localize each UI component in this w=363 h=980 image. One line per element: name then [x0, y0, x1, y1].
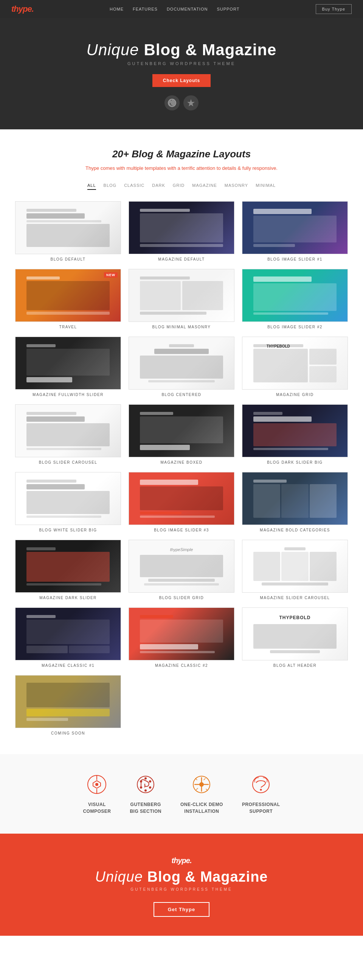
nav-logo[interactable]: thype. — [11, 4, 33, 14]
feature-label: VisualComposer — [83, 801, 111, 815]
hero-badges — [8, 95, 355, 110]
layout-label: MAGAZINE CLASSIC #1 — [15, 663, 121, 668]
layout-thumb[interactable] — [129, 269, 234, 322]
layout-thumb[interactable] — [129, 201, 234, 254]
layout-label: MAGAZINE CLASSIC #2 — [129, 663, 234, 668]
layout-label: BLOG IMAGE SLIDER #2 — [242, 325, 348, 329]
hero-title-italic: Unique — [87, 41, 139, 59]
layout-item: MAGAZINE DARK SLIDER — [15, 540, 121, 600]
layout-thumb[interactable] — [15, 540, 121, 593]
filter-blog[interactable]: BLOG — [103, 181, 117, 190]
feature-label: ProfessionalSupport — [242, 801, 280, 815]
filter-masonry[interactable]: MASONRY — [224, 181, 248, 190]
wordpress-badge — [164, 95, 180, 110]
layout-label: BLOG SLIDER GRID — [129, 596, 234, 600]
visual-composer-icon — [86, 773, 108, 796]
nav-support[interactable]: SUPPORT — [217, 7, 239, 11]
layout-item: MAGAZINE CLASSIC #2 — [129, 608, 234, 668]
layout-thumb[interactable]: THYPEBOLD — [242, 608, 348, 660]
footer-title: Unique Blog & Magazine — [8, 869, 355, 885]
layout-item: BLOG DEFAULT — [15, 201, 121, 261]
hero-section: Unique Blog & Magazine GUTENBERG WORDPRE… — [0, 18, 363, 129]
layout-item: MAGAZINE DEFAULT — [129, 201, 234, 261]
svg-point-15 — [260, 789, 262, 791]
svg-point-9 — [145, 789, 147, 792]
layout-grid: BLOG DEFAULT MAGAZINE DEFAULT — [15, 201, 348, 735]
filter-magazine[interactable]: MAGAZINE — [192, 181, 217, 190]
layout-item: BLOG SLIDER CAROUSEL — [15, 404, 121, 465]
layout-item: BLOG WHITE SLIDER BIG — [15, 472, 121, 532]
filter-all[interactable]: ALL — [88, 181, 96, 190]
layout-item: THYPEBOLD MAGAZINE GRID — [242, 337, 348, 397]
layout-thumb[interactable] — [129, 608, 234, 660]
footer-title-bold: Blog & Magazine — [147, 869, 268, 885]
layout-thumb[interactable] — [15, 337, 121, 390]
layout-label: MAGAZINE SLIDER CAROUSEL — [242, 596, 348, 600]
layout-thumb[interactable] — [129, 404, 234, 457]
svg-point-2 — [95, 783, 98, 786]
feature-visual-composer: VisualComposer — [83, 773, 111, 815]
layout-label: COMING SOON — [15, 731, 121, 735]
svg-point-11 — [140, 780, 142, 783]
svg-point-13 — [199, 782, 204, 787]
nav-home[interactable]: HOME — [110, 7, 124, 11]
layout-thumb[interactable] — [242, 404, 348, 457]
one-click-icon — [190, 773, 213, 796]
navbar: thype. HOME FEATURES DOCUMENTATION SUPPO… — [0, 0, 363, 18]
svg-point-10 — [140, 786, 142, 789]
layout-thumb[interactable]: THYPEBOLD — [242, 337, 348, 390]
new-badge: NEW — [104, 272, 118, 278]
filter-minimal[interactable]: MINIMAL — [256, 181, 275, 190]
layout-label: BLOG CENTERED — [129, 393, 234, 397]
feature-label: One-Click DemoInstallation — [180, 801, 223, 815]
layout-label: MAGAZINE DEFAULT — [129, 257, 234, 261]
layout-label: TRAVEL — [15, 325, 121, 329]
layouts-section: 20+ Blog & Magazine Layouts Thype comes … — [0, 129, 363, 754]
layout-thumb[interactable]: thypeSimple — [129, 540, 234, 593]
features-section: VisualComposer GutenbergBig Section — [0, 754, 363, 834]
nav-features[interactable]: FEATURES — [133, 7, 158, 11]
filter-dark[interactable]: DARK — [152, 181, 165, 190]
layout-thumb[interactable] — [15, 608, 121, 660]
layout-label: BLOG DEFAULT — [15, 257, 121, 261]
layout-item: COMING SOON — [15, 675, 121, 735]
layout-item: MAGAZINE FULLWIDTH SLIDER — [15, 337, 121, 397]
feature-gutenberg: GutenbergBig Section — [130, 773, 161, 815]
nav-links: HOME FEATURES DOCUMENTATION SUPPORT — [110, 7, 239, 11]
layout-label: BLOG MINIMAL MASONRY — [129, 325, 234, 329]
layout-thumb[interactable] — [15, 404, 121, 457]
filter-grid[interactable]: GRID — [173, 181, 185, 190]
layout-thumb[interactable] — [242, 472, 348, 525]
layout-item: MAGAZINE BOLD CATEGORIES — [242, 472, 348, 532]
layout-item: BLOG IMAGE SLIDER #1 — [242, 201, 348, 261]
hero-cta-button[interactable]: Check Layouts — [152, 74, 211, 87]
hero-title: Unique Blog & Magazine — [8, 41, 355, 59]
layout-label: BLOG WHITE SLIDER BIG — [15, 528, 121, 532]
layout-thumb[interactable] — [15, 201, 121, 254]
layout-thumb[interactable] — [129, 337, 234, 390]
layout-thumb[interactable] — [129, 472, 234, 525]
nav-buy-button[interactable]: Buy Thype — [316, 4, 352, 14]
layout-thumb[interactable] — [242, 201, 348, 254]
layout-item: BLOG MINIMAL MASONRY — [129, 269, 234, 329]
footer-subtitle: GUTENBERG WORDPRESS THEME — [8, 887, 355, 891]
footer-cta-button[interactable]: Get Thype — [153, 902, 210, 917]
layout-item: BLOG CENTERED — [129, 337, 234, 397]
gutenberg-icon — [134, 773, 157, 796]
footer-section: thype. Unique Blog & Magazine GUTENBERG … — [0, 834, 363, 936]
layout-thumb[interactable] — [15, 472, 121, 525]
filter-classic[interactable]: CLASSIC — [124, 181, 145, 190]
nav-documentation[interactable]: DOCUMENTATION — [167, 7, 208, 11]
layout-label: MAGAZINE GRID — [242, 393, 348, 397]
layout-thumb[interactable]: NEW — [15, 269, 121, 322]
layout-item: MAGAZINE SLIDER CAROUSEL — [242, 540, 348, 600]
layout-item: MAGAZINE CLASSIC #1 — [15, 608, 121, 668]
support-icon — [250, 773, 272, 796]
layout-label: BLOG DARK SLIDER BIG — [242, 460, 348, 465]
layout-thumb[interactable] — [242, 540, 348, 593]
feature-support: ProfessionalSupport — [242, 773, 280, 815]
hero-subtitle: GUTENBERG WORDPRESS THEME — [8, 61, 355, 66]
svg-point-8 — [149, 786, 151, 789]
layout-thumb[interactable] — [15, 675, 121, 728]
layout-thumb[interactable] — [242, 269, 348, 322]
